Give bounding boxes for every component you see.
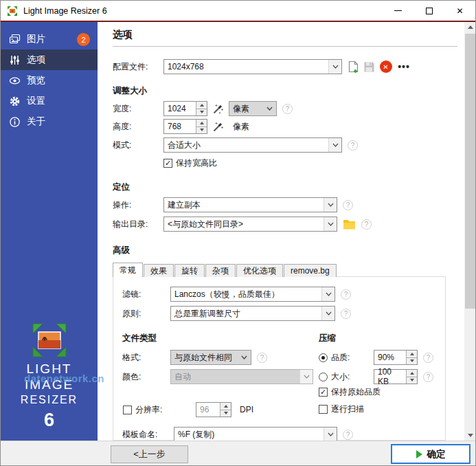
chevron-down-icon	[321, 287, 335, 301]
scroll-up-button[interactable]	[464, 22, 476, 32]
policy-label: 原则:	[122, 308, 170, 320]
size-value: 100 KB	[374, 370, 406, 384]
action-help-icon[interactable]: ?	[343, 200, 353, 210]
tab-effects[interactable]: 效果	[144, 264, 174, 277]
quality-help-icon[interactable]: ?	[423, 353, 433, 363]
keep-quality-row: ✓ 保持原始品质	[319, 386, 381, 397]
play-icon	[416, 450, 422, 458]
folder-icon	[343, 219, 356, 230]
template-label: 模板命名:	[122, 429, 174, 441]
progressive-label: 逐行扫描	[331, 403, 364, 415]
sidebar-item-label: 图片	[27, 33, 45, 45]
height-up-button[interactable]	[196, 120, 207, 126]
keep-quality-checkbox[interactable]: ✓	[319, 388, 328, 397]
width-spinner[interactable]: 1024	[163, 101, 207, 116]
tab-optimization[interactable]: 优化选项	[236, 264, 283, 277]
save-profile-button[interactable]	[363, 60, 376, 74]
sidebar-item-about[interactable]: 关于	[1, 111, 98, 132]
location-heading: 定位	[113, 181, 130, 193]
browse-folder-button[interactable]	[343, 218, 356, 231]
tab-removebg[interactable]: remove.bg	[284, 264, 337, 277]
template-row: 模板命名: %F (复制) ?	[122, 427, 370, 442]
output-combobox[interactable]: <与原始文件同目录>	[163, 217, 337, 232]
height-value: 768	[164, 120, 196, 133]
mode-combobox[interactable]: 合适大小	[163, 137, 342, 153]
page-title: 选项	[113, 28, 133, 41]
sidebar-item-settings[interactable]: 设置	[1, 91, 98, 111]
resolution-down-button[interactable]	[220, 410, 231, 417]
size-radio[interactable]	[319, 373, 328, 381]
size-spinner[interactable]: 100 KB	[374, 369, 418, 384]
scrollbar-thumb[interactable]	[465, 34, 475, 309]
save-icon	[363, 61, 375, 73]
resolution-row: ✓ 分辨率: 96 DPI	[123, 402, 308, 417]
resolution-spinner[interactable]: 96	[196, 402, 231, 417]
width-down-button[interactable]	[196, 109, 207, 116]
ok-button[interactable]: 确定	[391, 444, 471, 464]
chevron-down-icon	[299, 370, 313, 384]
progressive-checkbox[interactable]: ✓	[319, 405, 328, 414]
action-combobox[interactable]: 建立副本	[163, 197, 337, 212]
quality-down-button[interactable]	[407, 357, 417, 365]
size-down-button[interactable]	[407, 377, 417, 384]
unit-combobox[interactable]: 像素	[229, 101, 277, 116]
size-up-button[interactable]	[407, 370, 417, 377]
filter-label: 滤镜:	[122, 289, 170, 300]
delete-icon: ✕	[380, 60, 392, 73]
width-up-button[interactable]	[196, 102, 207, 109]
template-combobox[interactable]: %F (复制)	[174, 427, 337, 442]
sidebar-item-images[interactable]: 图片 2	[1, 29, 98, 49]
width-help-icon[interactable]: ?	[282, 104, 293, 114]
sidebar-item-preview[interactable]: 预览	[1, 70, 98, 91]
height-down-button[interactable]	[196, 126, 207, 134]
quality-up-button[interactable]	[407, 351, 417, 357]
chevron-down-icon	[263, 102, 276, 115]
color-row: 颜色: 自动	[122, 369, 321, 384]
tab-rotate[interactable]: 旋转	[174, 264, 205, 277]
tab-misc[interactable]: 杂项	[205, 264, 236, 277]
chevron-down-icon[interactable]	[328, 60, 341, 74]
vertical-scrollbar[interactable]	[464, 22, 476, 441]
sidebar-item-options[interactable]: 选项	[1, 49, 98, 70]
template-help-icon[interactable]: ?	[343, 430, 353, 440]
output-row: 输出目录: <与原始文件同目录> ?	[113, 217, 470, 232]
height-spinner[interactable]: 768	[163, 119, 207, 134]
profile-combobox[interactable]: 1024x768	[163, 59, 342, 74]
quality-radio[interactable]	[319, 353, 328, 362]
scroll-down-button[interactable]	[464, 430, 476, 441]
new-document-icon	[348, 60, 359, 73]
sliders-icon	[9, 54, 21, 66]
more-options-button[interactable]: •••	[396, 60, 412, 74]
output-help-icon[interactable]: ?	[361, 219, 372, 230]
back-button[interactable]: <上一步	[111, 445, 188, 463]
filter-row: 滤镜: Lanczos（较慢，品质最佳） ?	[122, 287, 370, 302]
template-value: %F (复制)	[174, 429, 324, 441]
policy-combobox[interactable]: 总是重新调整尺寸	[170, 306, 335, 321]
size-help-icon[interactable]: ?	[423, 372, 433, 382]
close-button[interactable]: ✕	[444, 1, 475, 21]
quality-spinner[interactable]: 90%	[374, 350, 418, 365]
resolution-checkbox[interactable]: ✓	[123, 406, 132, 414]
resolution-up-button[interactable]	[220, 403, 231, 410]
new-profile-button[interactable]	[347, 60, 360, 74]
keep-ratio-checkbox[interactable]: ✓	[163, 159, 172, 168]
compression-heading: 压缩	[319, 333, 336, 344]
delete-profile-button[interactable]: ✕	[379, 60, 392, 74]
size-row: 大小: 100 KB ?	[319, 369, 456, 384]
filter-help-icon[interactable]: ?	[341, 289, 351, 300]
profile-row: 配置文件: 1024x768 ✕ •••	[113, 59, 456, 74]
filter-combobox[interactable]: Lanczos（较慢，品质最佳）	[170, 287, 335, 302]
size-label: 大小:	[331, 371, 374, 383]
policy-row: 原则: 总是重新调整尺寸 ?	[122, 306, 370, 321]
tab-general[interactable]: 常规	[113, 263, 143, 277]
mode-help-icon[interactable]: ?	[348, 140, 358, 151]
width-wand-button[interactable]	[212, 102, 225, 115]
minimize-button[interactable]	[383, 1, 413, 21]
format-combobox[interactable]: 与原始文件相同	[170, 350, 251, 365]
policy-help-icon[interactable]: ?	[341, 309, 351, 319]
maximize-button[interactable]	[413, 1, 444, 21]
format-help-icon[interactable]: ?	[257, 353, 267, 363]
pictures-icon	[9, 34, 21, 45]
height-wand-button[interactable]	[212, 120, 225, 133]
sidebar-item-label: 设置	[27, 95, 45, 107]
